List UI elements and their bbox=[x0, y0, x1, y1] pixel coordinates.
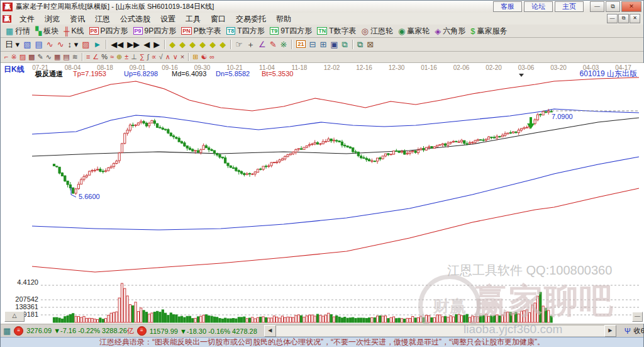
menu-item-7[interactable]: 窗口 bbox=[206, 13, 231, 25]
cross-tool[interactable]: ＋ bbox=[245, 38, 257, 50]
diamond-tool-3[interactable]: ◆ bbox=[187, 38, 197, 50]
volume-pane-collapse-button[interactable]: △ bbox=[4, 311, 25, 322]
quotes-button[interactable]: ▦行情 bbox=[3, 25, 33, 37]
hand-tool[interactable]: ☞ bbox=[233, 38, 245, 50]
export-button[interactable]: ⧉ bbox=[355, 38, 365, 50]
p-digit-table-button[interactable]: PNP数字表 bbox=[179, 25, 224, 37]
minimize-button[interactable]: — bbox=[590, 1, 604, 12]
shenzhen-index-icon[interactable]: ≡ bbox=[137, 326, 147, 336]
save-button[interactable]: ▣ bbox=[328, 38, 340, 50]
integral-tool[interactable]: ∫ bbox=[146, 52, 150, 62]
diamond-tool-4[interactable]: ◆ bbox=[197, 38, 208, 50]
pane-minimize-button[interactable]: — bbox=[632, 312, 643, 322]
curve-1-button[interactable]: ∿ bbox=[45, 38, 55, 50]
prev-bar-button[interactable]: ◀ bbox=[142, 38, 152, 50]
angle-tool[interactable]: ∠ bbox=[257, 38, 268, 50]
trend-line-tool[interactable]: ✎ bbox=[36, 52, 44, 62]
shanghai-index-values[interactable]: 3276.09 ▼-7.16 -0.22% 3288.26亿 bbox=[26, 326, 134, 336]
menu-item-9[interactable]: 帮助 bbox=[271, 13, 296, 25]
root-tool[interactable]: √ bbox=[158, 52, 164, 62]
curve-2-button[interactable]: ∿ bbox=[55, 38, 66, 50]
prop-tool[interactable]: ∝ bbox=[150, 52, 158, 62]
quote-grid-icon[interactable]: ▦ bbox=[3, 326, 11, 336]
9t-square-button[interactable]: T99T四方形 bbox=[267, 25, 315, 37]
draw-tool[interactable]: ✎ bbox=[268, 38, 279, 50]
send-button[interactable]: ⊠ bbox=[365, 38, 375, 50]
child-restore-button[interactable]: ⧉ bbox=[618, 14, 629, 23]
menu-item-8[interactable]: 交易委托 bbox=[231, 13, 271, 25]
gann-wheel-button[interactable]: ◎江恩轮 bbox=[359, 25, 396, 37]
gann-square-tool[interactable]: ▩ bbox=[27, 52, 36, 62]
panel-tool[interactable]: ▤ bbox=[62, 52, 70, 62]
menu-item-3[interactable]: 江恩 bbox=[90, 13, 115, 25]
scroll-right-button[interactable]: ▶ bbox=[604, 325, 616, 337]
menu-item-1[interactable]: 浏览 bbox=[40, 13, 65, 25]
chart-area[interactable]: 日K线 07-2108-0408-1809-0109-1609-3010-211… bbox=[1, 63, 644, 324]
screen-button[interactable]: ⧉ bbox=[340, 38, 350, 50]
wave-tool[interactable]: ∿ bbox=[45, 52, 53, 62]
flower-tool[interactable]: ※ bbox=[279, 38, 289, 50]
calendar-button[interactable]: 21 bbox=[294, 38, 307, 50]
grid-style-button[interactable]: ▨ bbox=[80, 38, 91, 50]
info-panel-button[interactable]: ▤ bbox=[33, 38, 44, 50]
close-button[interactable]: ✕ bbox=[621, 1, 641, 12]
scroll-track[interactable] bbox=[276, 325, 604, 337]
diamond-tool-6[interactable]: ◆ bbox=[218, 38, 228, 50]
gann-grid-tool[interactable]: ▨ bbox=[18, 52, 27, 62]
or-tool[interactable]: ∨ bbox=[172, 52, 179, 62]
forum-button[interactable]: 论坛 bbox=[524, 1, 553, 12]
shanghai-index-icon[interactable]: ≡ bbox=[14, 326, 23, 336]
chart-window-button[interactable]: ▧ bbox=[21, 38, 33, 50]
level-tool[interactable]: ≡ bbox=[85, 52, 91, 62]
9p-square-button[interactable]: P99P四方形 bbox=[131, 25, 179, 37]
percent-tool[interactable]: % bbox=[100, 52, 109, 62]
diamond-tool-2[interactable]: ◆ bbox=[177, 38, 187, 50]
shenzhen-index-values[interactable]: 11579.99 ▼-18.30 -0.16% 4278.28 bbox=[150, 327, 257, 335]
last-bar-button[interactable]: ▶▶ bbox=[125, 38, 142, 50]
infinity-button[interactable]: ∞ bbox=[208, 52, 216, 62]
calculator-button[interactable]: ⊟ bbox=[308, 38, 318, 50]
sum-tool[interactable]: ∑ bbox=[138, 52, 146, 62]
p-square-button[interactable]: P8P四方形 bbox=[87, 25, 131, 37]
perpendicular-tool[interactable]: ⊥ bbox=[130, 52, 138, 62]
child-minimize-button[interactable]: — bbox=[607, 14, 618, 23]
chart-horizontal-scrollbar[interactable]: ◀ ▶ bbox=[264, 326, 616, 336]
table-button[interactable]: ⊞ bbox=[318, 38, 328, 50]
maximize-button[interactable]: ⧉ bbox=[606, 1, 620, 12]
diamond-tool-5[interactable]: ◆ bbox=[208, 38, 218, 50]
kline-button[interactable]: ╫K线 bbox=[61, 25, 86, 37]
angle-line-tool[interactable]: ∠ bbox=[91, 52, 100, 62]
diamond-tool-1[interactable]: ◆ bbox=[167, 38, 177, 50]
hexagon-button[interactable]: ◈六角形 bbox=[432, 25, 468, 37]
plusminus-tool[interactable]: ± bbox=[123, 52, 130, 62]
winner-service-button[interactable]: $赢家服务 bbox=[468, 25, 509, 37]
first-bar-button[interactable]: ◀◀ bbox=[109, 38, 125, 50]
next-bar-button[interactable]: ▶ bbox=[152, 38, 162, 50]
winner-wheel-button[interactable]: ◉赢家轮 bbox=[396, 25, 432, 37]
square-grid-button[interactable]: ⊞ bbox=[191, 52, 199, 62]
menu-item-0[interactable]: 文件 bbox=[14, 13, 40, 25]
period-day-dropdown[interactable]: 日 ▾ bbox=[3, 38, 21, 50]
and-tool[interactable]: ∧ bbox=[164, 52, 172, 62]
scale-dropdown[interactable]: ↕ ▾ bbox=[66, 38, 80, 50]
approx-tool[interactable]: ≈ bbox=[109, 52, 115, 62]
homepage-button[interactable]: 主页 bbox=[555, 1, 584, 12]
circle-tool[interactable]: ⊕ bbox=[115, 52, 123, 62]
grid-tool[interactable]: ▦ bbox=[53, 52, 62, 62]
menu-item-5[interactable]: 设置 bbox=[155, 13, 180, 25]
scroll-left-button[interactable]: ◀ bbox=[264, 325, 276, 337]
channel-tool[interactable]: ≋ bbox=[71, 52, 79, 62]
sectors-button[interactable]: ▚板块 bbox=[33, 25, 61, 37]
menu-item-4[interactable]: 公式选股 bbox=[115, 13, 155, 25]
yinyang-button[interactable]: ☯ bbox=[199, 52, 208, 62]
gann-fan-tool[interactable]: ※ bbox=[9, 52, 18, 62]
child-close-button[interactable]: ✕ bbox=[630, 14, 640, 23]
t-square-button[interactable]: T8T四方形 bbox=[224, 25, 267, 37]
customer-service-button[interactable]: 客服 bbox=[493, 1, 522, 12]
gann-box-tool[interactable]: ⌐ bbox=[3, 52, 9, 62]
kline-chart-canvas[interactable]: 07-2108-0408-1809-0109-1609-3010-2111-04… bbox=[1, 63, 644, 324]
menu-item-2[interactable]: 资讯 bbox=[65, 13, 90, 25]
menu-item-6[interactable]: 工具 bbox=[180, 13, 206, 25]
flag-button[interactable]: ► bbox=[91, 38, 103, 50]
measure-tool[interactable]: × bbox=[179, 52, 186, 62]
